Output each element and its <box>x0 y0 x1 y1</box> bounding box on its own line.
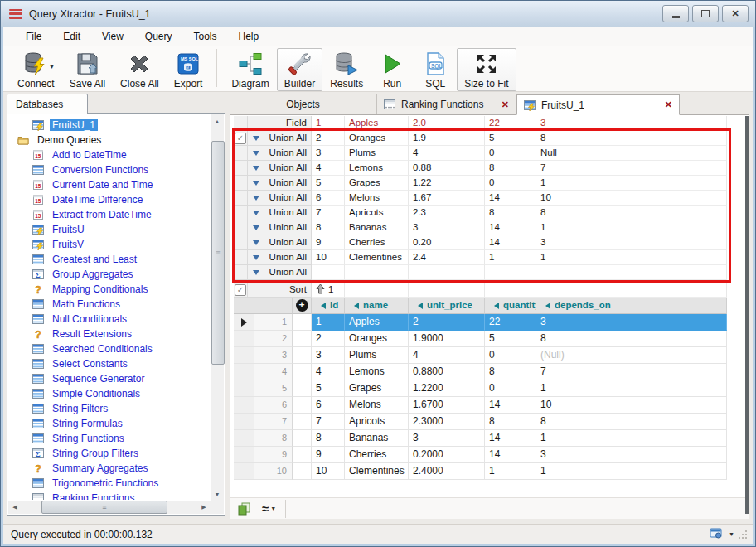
tab-databases[interactable]: Databases <box>7 94 88 114</box>
results-value-cell[interactable]: 1 <box>536 463 727 480</box>
union-value-cell[interactable]: Grapes <box>345 176 409 191</box>
row-marker-header-cell[interactable] <box>234 298 254 314</box>
union-value-cell[interactable]: 8 <box>485 206 536 220</box>
designer-vertical-scrollbar[interactable] <box>745 116 749 514</box>
scroll-down-icon[interactable]: ▼ <box>211 487 224 501</box>
tree-item-current-date-and-time[interactable]: 15Current Date and Time <box>9 177 210 192</box>
tab-ranking-functions[interactable]: Ranking Functions✕ <box>377 94 516 114</box>
tree-item-string-formulas[interactable]: String Formulas <box>9 416 210 431</box>
union-value-cell[interactable]: 4 <box>312 161 345 176</box>
row-marker-cell[interactable] <box>234 331 254 347</box>
tree-vertical-scrollbar[interactable]: ▲ ≡ ▼ <box>211 114 224 501</box>
results-value-cell[interactable]: 1.6700 <box>409 397 485 414</box>
tree-item-sequence-generator[interactable]: Sequence Generator <box>9 371 210 386</box>
tree-item-fruitsu-1[interactable]: FruitsU_1 <box>9 118 210 133</box>
checked-checkbox[interactable]: ✓ <box>235 284 246 296</box>
results-value-cell[interactable]: 3 <box>312 347 345 364</box>
union-value-cell[interactable]: 14 <box>485 235 536 250</box>
union-value-cell[interactable]: 7 <box>312 206 345 220</box>
union-value-cell[interactable]: 2.4 <box>409 250 485 265</box>
menu-help[interactable]: Help <box>228 28 270 45</box>
row-spacer-cell[interactable] <box>293 364 312 380</box>
tree-item-add-to-datetime[interactable]: 15Add to DateTime <box>9 148 210 162</box>
row-spacer-cell[interactable] <box>293 414 312 430</box>
tree-item-summary-aggregates[interactable]: ?Summary Aggregates <box>9 461 210 476</box>
add-column-button[interactable]: + <box>296 299 308 312</box>
column-header-id[interactable]: id <box>312 298 345 314</box>
size-to-fit-button[interactable]: Size to Fit <box>457 48 516 91</box>
operator-label-cell[interactable]: Union All <box>264 131 312 146</box>
checkbox-cell[interactable] <box>234 146 248 161</box>
menu-view[interactable]: View <box>91 28 134 45</box>
results-value-cell[interactable]: 1.9000 <box>409 331 485 347</box>
results-value-cell[interactable]: 22 <box>485 314 536 331</box>
results-button[interactable]: Results <box>322 48 371 91</box>
field-value-cell[interactable]: 22 <box>485 116 536 131</box>
union-value-cell[interactable]: Plums <box>345 146 409 161</box>
tree-item-demo-queries[interactable]: Demo Queries <box>9 133 210 148</box>
union-value-cell[interactable]: Null <box>536 146 727 161</box>
row-spacer-cell[interactable] <box>293 463 312 480</box>
union-value-cell[interactable]: Melons <box>345 191 409 206</box>
union-value-cell[interactable]: 5 <box>485 131 536 146</box>
save-all-button[interactable]: Save All <box>62 48 113 91</box>
row-number-cell[interactable]: 7 <box>254 414 293 430</box>
chevron-down-icon[interactable] <box>253 255 259 260</box>
union-value-cell[interactable]: 8 <box>485 161 536 176</box>
chevron-down-icon[interactable] <box>253 270 259 275</box>
app-menu-icon[interactable] <box>9 9 22 19</box>
operator-arrow-cell[interactable] <box>248 176 264 191</box>
results-value-cell[interactable]: Grapes <box>345 380 409 397</box>
tree-item-fruitsv[interactable]: FruitsV <box>9 237 210 252</box>
results-value-cell[interactable]: 0.2000 <box>409 447 485 463</box>
union-value-cell[interactable]: 14 <box>485 191 536 206</box>
operator-label-cell[interactable]: Union All <box>264 146 312 161</box>
union-value-cell[interactable]: 1 <box>536 220 727 235</box>
row-spacer-cell[interactable] <box>293 314 312 331</box>
row-spacer-cell[interactable] <box>293 331 312 347</box>
union-value-cell[interactable]: 14 <box>485 220 536 235</box>
checkbox-cell[interactable] <box>234 220 248 235</box>
results-value-cell[interactable]: 10 <box>312 463 345 480</box>
results-value-cell[interactable]: (Null) <box>536 347 727 364</box>
results-value-cell[interactable]: 10 <box>536 397 727 414</box>
results-value-cell[interactable]: Clementines <box>345 463 409 480</box>
empty-cell[interactable] <box>536 283 727 298</box>
results-value-cell[interactable]: Cherries <box>345 447 409 463</box>
run-button[interactable]: Run <box>371 48 414 91</box>
operator-label-cell[interactable]: Union All <box>264 161 312 176</box>
tree-item-string-functions[interactable]: String Functions <box>9 431 210 446</box>
union-value-cell[interactable]: 1 <box>536 250 727 265</box>
union-value-cell[interactable]: 1.9 <box>409 131 485 146</box>
union-value-cell[interactable]: 5 <box>312 176 345 191</box>
results-value-cell[interactable]: 1 <box>312 314 345 331</box>
results-value-cell[interactable]: 6 <box>312 397 345 414</box>
results-value-cell[interactable]: 2 <box>312 331 345 347</box>
results-value-cell[interactable]: 5 <box>312 380 345 397</box>
field-value-cell[interactable]: 3 <box>536 116 727 131</box>
chevron-down-icon[interactable] <box>253 181 259 186</box>
results-value-cell[interactable]: Apricots <box>345 414 409 430</box>
duplicate-layers-icon[interactable] <box>235 501 254 516</box>
operator-arrow-cell[interactable] <box>248 206 264 220</box>
results-value-cell[interactable]: Oranges <box>345 331 409 347</box>
operator-arrow-cell[interactable] <box>248 235 264 250</box>
horizontal-scroll-thumb[interactable]: ≡ <box>41 501 167 514</box>
chevron-down-icon[interactable] <box>253 225 259 230</box>
results-value-cell[interactable]: Apples <box>345 314 409 331</box>
union-value-cell[interactable]: Cherries <box>345 235 409 250</box>
scroll-up-icon[interactable]: ▲ <box>211 114 224 128</box>
tree-item-conversion-functions[interactable]: Conversion Functions <box>9 162 210 177</box>
column-header-quantity[interactable]: quantity <box>485 298 536 314</box>
tree-item-null-conditionals[interactable]: Null Conditionals <box>9 312 210 327</box>
tree-item-result-extensions[interactable]: ?Result Extensions <box>9 327 210 341</box>
results-value-cell[interactable]: 1.2200 <box>409 380 485 397</box>
row-label-cell[interactable]: Field <box>264 116 312 131</box>
export-button[interactable]: MS SQLMExport <box>167 48 211 91</box>
close-all-button[interactable]: Close All <box>113 48 167 91</box>
checkbox-cell[interactable] <box>234 250 248 265</box>
row-marker-cell[interactable] <box>234 347 254 364</box>
results-value-cell[interactable]: 1 <box>536 430 727 447</box>
window-settings-icon[interactable] <box>710 527 724 542</box>
union-value-cell[interactable]: 9 <box>312 235 345 250</box>
